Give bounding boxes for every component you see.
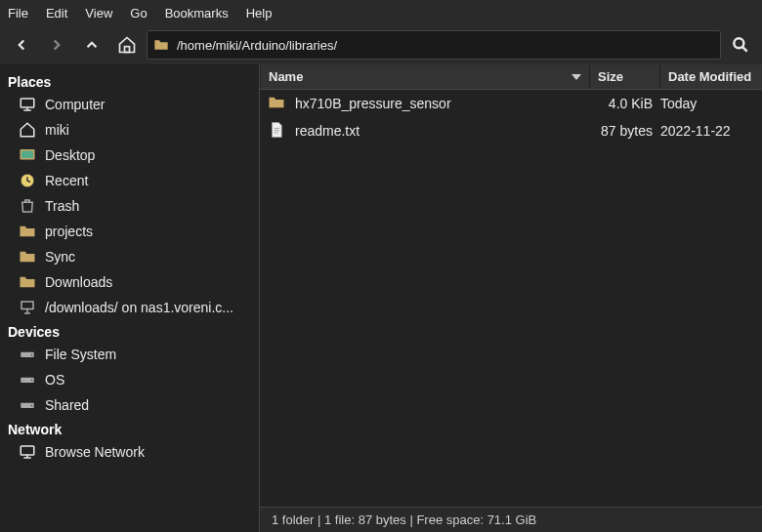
menu-file[interactable]: File bbox=[8, 6, 28, 20]
sidebar-item-label: File System bbox=[45, 347, 116, 362]
sidebar-item-label: Desktop bbox=[45, 147, 95, 163]
sidebar-item-file-system[interactable]: File System bbox=[0, 342, 259, 367]
statusbar: 1 folder | 1 file: 87 bytes | Free space… bbox=[260, 507, 762, 532]
chevron-up-icon bbox=[83, 36, 101, 54]
home-icon bbox=[117, 35, 137, 55]
location-bar[interactable] bbox=[147, 30, 721, 60]
sidebar-item-label: OS bbox=[45, 372, 64, 388]
svg-rect-18 bbox=[21, 446, 34, 455]
network-folder-icon bbox=[18, 298, 37, 317]
column-name[interactable]: Name bbox=[260, 64, 590, 89]
sidebar-item-label: Sync bbox=[45, 249, 75, 265]
svg-point-15 bbox=[31, 380, 33, 382]
menu-go[interactable]: Go bbox=[130, 6, 147, 20]
folder-icon bbox=[153, 37, 169, 53]
forward-button[interactable] bbox=[41, 29, 72, 61]
chevron-right-icon bbox=[48, 36, 65, 54]
column-headers: Name Size Date Modified bbox=[260, 64, 762, 90]
menu-edit[interactable]: Edit bbox=[46, 6, 67, 20]
status-text: 1 folder | 1 file: 87 bytes | Free space… bbox=[272, 512, 536, 527]
column-size[interactable]: Size bbox=[590, 64, 660, 89]
text-file-icon bbox=[268, 121, 287, 141]
sidebar-item-label: Downloads bbox=[45, 274, 112, 290]
folder-icon bbox=[18, 222, 37, 241]
sidebar-item-label: Shared bbox=[45, 397, 89, 413]
menu-bookmarks[interactable]: Bookmarks bbox=[165, 6, 229, 20]
file-size: 87 bytes bbox=[590, 123, 660, 139]
sidebar-item-label: Trash bbox=[45, 198, 79, 214]
folder-icon bbox=[268, 94, 287, 113]
svg-point-13 bbox=[31, 354, 33, 356]
svg-line-2 bbox=[742, 47, 747, 52]
chevron-left-icon bbox=[13, 36, 30, 54]
file-name: hx710B_pressure_sensor bbox=[295, 96, 590, 111]
recent-icon bbox=[18, 171, 37, 190]
column-name-label: Name bbox=[269, 69, 303, 84]
search-button[interactable] bbox=[725, 29, 756, 61]
toolbar bbox=[0, 25, 762, 64]
trash-icon bbox=[18, 196, 37, 216]
back-button[interactable] bbox=[6, 29, 37, 61]
svg-rect-0 bbox=[125, 47, 130, 53]
sidebar-item-recent[interactable]: Recent bbox=[0, 168, 259, 193]
folder-icon bbox=[18, 247, 37, 266]
sidebar-item--downloads-on-nas1-voreni-c-[interactable]: /downloads/ on nas1.voreni.c... bbox=[0, 295, 259, 320]
svg-marker-21 bbox=[572, 74, 581, 80]
path-input[interactable] bbox=[177, 38, 714, 53]
column-date[interactable]: Date Modified bbox=[660, 64, 762, 89]
drive-icon bbox=[18, 395, 37, 415]
search-icon bbox=[731, 35, 750, 55]
file-date: Today bbox=[660, 96, 762, 111]
file-row[interactable]: readme.txt87 bytes2022-11-22 bbox=[260, 117, 762, 144]
sidebar-item-label: Computer bbox=[45, 97, 105, 112]
sidebar-item-label: /downloads/ on nas1.voreni.c... bbox=[45, 300, 233, 315]
home-button[interactable] bbox=[111, 29, 143, 61]
computer-icon bbox=[18, 95, 37, 114]
file-size: 4.0 KiB bbox=[590, 96, 660, 111]
sidebar-item-projects[interactable]: projects bbox=[0, 219, 259, 244]
sidebar-section-devices: Devices bbox=[0, 320, 259, 342]
svg-rect-9 bbox=[21, 302, 33, 309]
file-row[interactable]: hx710B_pressure_sensor4.0 KiBToday bbox=[260, 90, 762, 117]
folder-icon bbox=[18, 272, 37, 292]
sidebar-item-shared[interactable]: Shared bbox=[0, 392, 259, 418]
menubar: FileEditViewGoBookmarksHelp bbox=[0, 0, 762, 25]
menu-help[interactable]: Help bbox=[246, 6, 273, 20]
sidebar: PlacesComputermikiDesktopRecentTrashproj… bbox=[0, 64, 259, 532]
sidebar-item-miki[interactable]: miki bbox=[0, 117, 259, 143]
file-list: hx710B_pressure_sensor4.0 KiBTodayreadme… bbox=[260, 90, 762, 507]
menu-view[interactable]: View bbox=[85, 6, 112, 20]
sidebar-item-label: projects bbox=[45, 224, 93, 239]
sidebar-item-downloads[interactable]: Downloads bbox=[0, 269, 259, 295]
sidebar-item-sync[interactable]: Sync bbox=[0, 244, 259, 269]
sidebar-item-desktop[interactable]: Desktop bbox=[0, 143, 259, 168]
sidebar-section-places: Places bbox=[0, 70, 259, 92]
svg-rect-7 bbox=[21, 151, 33, 159]
svg-rect-3 bbox=[21, 99, 34, 107]
drive-icon bbox=[18, 345, 37, 364]
svg-point-17 bbox=[31, 405, 33, 407]
up-button[interactable] bbox=[76, 29, 107, 61]
home-icon bbox=[18, 120, 37, 140]
file-date: 2022-11-22 bbox=[660, 123, 762, 139]
sidebar-item-label: Recent bbox=[45, 173, 88, 188]
file-name: readme.txt bbox=[295, 123, 590, 139]
sidebar-item-computer[interactable]: Computer bbox=[0, 92, 259, 117]
sidebar-item-label: miki bbox=[45, 122, 69, 138]
sort-down-icon bbox=[572, 72, 581, 82]
sidebar-item-trash[interactable]: Trash bbox=[0, 193, 259, 219]
sidebar-section-network: Network bbox=[0, 418, 259, 439]
sidebar-item-label: Browse Network bbox=[45, 444, 145, 460]
desktop-icon bbox=[18, 145, 37, 165]
svg-point-1 bbox=[734, 38, 743, 48]
sidebar-item-os[interactable]: OS bbox=[0, 367, 259, 392]
drive-icon bbox=[18, 370, 37, 389]
network-icon bbox=[18, 442, 37, 462]
sidebar-item-browse-network[interactable]: Browse Network bbox=[0, 439, 259, 465]
content-pane: Name Size Date Modified hx710B_pressure_… bbox=[259, 64, 762, 532]
